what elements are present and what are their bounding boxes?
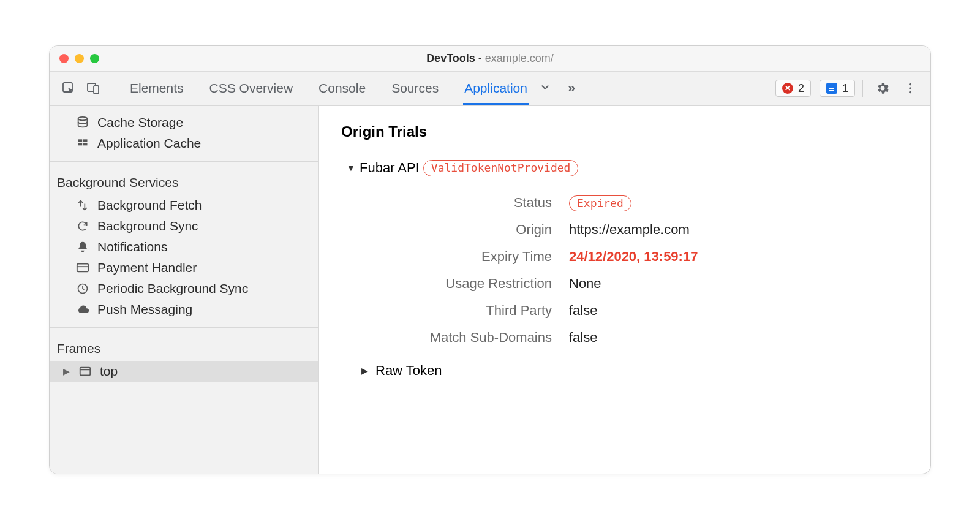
- sidebar-section-cache: Cache Storage Application Cache: [50, 106, 318, 162]
- device-toolbar-icon[interactable]: [83, 78, 104, 99]
- window-frame-icon: [78, 364, 92, 379]
- sidebar-section-background: Background Services Background Fetch Bac…: [50, 162, 318, 328]
- toolbar-separator: [862, 80, 863, 97]
- token-status-pill: ValidTokenNotProvided: [423, 160, 579, 176]
- sidebar-section-frames: Frames ▶ top: [50, 328, 318, 389]
- tab-css-overview[interactable]: CSS Overview: [208, 72, 295, 105]
- minimize-window-icon[interactable]: [75, 54, 84, 63]
- sync-icon: [75, 219, 90, 233]
- application-sidebar: Cache Storage Application Cache Backgrou…: [50, 106, 319, 474]
- credit-card-icon: [75, 260, 90, 275]
- window-title-app: DevTools: [426, 52, 475, 64]
- origin-label: Origin: [368, 222, 552, 238]
- chevron-right-icon[interactable]: ▶: [62, 366, 70, 376]
- sidebar-item-frame-top[interactable]: ▶ top: [50, 361, 318, 382]
- devtools-toolbar: Elements CSS Overview Console Sources Ap…: [50, 72, 930, 106]
- panel-tabs: Elements CSS Overview Console Sources Ap…: [129, 72, 529, 105]
- tab-console[interactable]: Console: [317, 72, 367, 105]
- tab-application[interactable]: Application: [463, 72, 529, 105]
- origin-trial-details: Status Expired Origin https://example.co…: [368, 195, 908, 346]
- page-title: Origin Trials: [341, 123, 908, 140]
- expiry-value: 24/12/2020, 13:59:17: [569, 249, 908, 265]
- origin-value: https://example.com: [569, 222, 908, 238]
- error-icon: ✕: [782, 83, 793, 94]
- sidebar-item-label: Periodic Background Sync: [97, 281, 248, 296]
- cloud-icon: [75, 302, 90, 317]
- sidebar-item-cache-storage[interactable]: Cache Storage: [50, 112, 318, 133]
- sidebar-item-label: Push Messaging: [97, 302, 192, 317]
- database-icon: [75, 115, 90, 130]
- overflow-chevrons-icon[interactable]: »: [562, 80, 581, 96]
- thirdparty-value: false: [569, 303, 908, 319]
- origin-trial-row[interactable]: ▼ Fubar API ValidTokenNotProvided: [346, 160, 908, 176]
- raw-token-label: Raw Token: [375, 363, 442, 379]
- bell-icon: [75, 240, 90, 254]
- usage-value: None: [569, 276, 908, 292]
- svg-rect-9: [78, 143, 83, 145]
- subdomains-value: false: [569, 330, 908, 346]
- toolbar-separator: [111, 80, 111, 97]
- origin-trial-name: Fubar API: [360, 160, 420, 176]
- more-options-icon[interactable]: [899, 81, 922, 95]
- sidebar-item-payment-handler[interactable]: Payment Handler: [50, 257, 318, 278]
- sidebar-item-push-messaging[interactable]: Push Messaging: [50, 299, 318, 320]
- status-pill: Expired: [569, 195, 631, 211]
- inspect-element-icon[interactable]: [58, 78, 79, 99]
- clock-icon: [75, 281, 90, 296]
- svg-rect-8: [83, 139, 88, 142]
- sidebar-item-label: Application Cache: [97, 136, 201, 151]
- sidebar-header-frames: Frames: [50, 331, 318, 361]
- error-count-badge[interactable]: ✕ 2: [775, 80, 811, 97]
- transfer-arrows-icon: [75, 198, 90, 213]
- content-pane: Origin Trials ▼ Fubar API ValidTokenNotP…: [319, 106, 930, 474]
- message-count-badge[interactable]: 1: [820, 80, 855, 97]
- sidebar-item-label: Payment Handler: [97, 260, 197, 275]
- sidebar-item-label: Cache Storage: [97, 115, 183, 130]
- sidebar-item-background-sync[interactable]: Background Sync: [50, 216, 318, 237]
- svg-rect-13: [80, 367, 91, 375]
- svg-rect-7: [78, 139, 83, 142]
- sidebar-item-notifications[interactable]: Notifications: [50, 237, 318, 257]
- sidebar-item-label: Notifications: [97, 240, 167, 254]
- more-tabs-icon[interactable]: »: [532, 81, 558, 95]
- sidebar-item-application-cache[interactable]: Application Cache: [50, 133, 318, 154]
- sidebar-item-label: Background Fetch: [97, 198, 202, 213]
- window-title-site: example.com/: [485, 52, 554, 64]
- svg-rect-2: [94, 86, 99, 94]
- sidebar-item-label: top: [100, 364, 118, 379]
- tab-sources[interactable]: Sources: [390, 72, 440, 105]
- sidebar-item-background-fetch[interactable]: Background Fetch: [50, 195, 318, 216]
- close-window-icon[interactable]: [59, 54, 69, 63]
- sidebar-header-background: Background Services: [50, 165, 318, 195]
- svg-rect-10: [83, 143, 88, 145]
- panel-body: Cache Storage Application Cache Backgrou…: [50, 106, 930, 474]
- svg-point-4: [909, 87, 911, 89]
- raw-token-row[interactable]: ▶ Raw Token: [360, 363, 908, 379]
- message-icon: [826, 83, 837, 94]
- svg-point-5: [909, 91, 911, 94]
- maximize-window-icon[interactable]: [90, 54, 99, 63]
- tab-elements[interactable]: Elements: [129, 72, 185, 105]
- status-value: Expired: [569, 195, 908, 211]
- status-label: Status: [368, 195, 552, 211]
- message-count: 1: [842, 82, 848, 95]
- error-count: 2: [798, 82, 804, 95]
- svg-point-6: [78, 116, 88, 120]
- expiry-label: Expiry Time: [368, 249, 552, 265]
- devtools-window: DevTools - example.com/ Elements CSS Ove…: [49, 45, 931, 474]
- sidebar-item-label: Background Sync: [97, 219, 198, 233]
- window-title: DevTools - example.com/: [50, 52, 930, 65]
- settings-gear-icon[interactable]: [870, 81, 895, 96]
- titlebar: DevTools - example.com/: [50, 46, 930, 72]
- grid-icon: [75, 136, 90, 151]
- sidebar-item-periodic-sync[interactable]: Periodic Background Sync: [50, 278, 318, 299]
- usage-label: Usage Restriction: [368, 276, 552, 292]
- chevron-right-icon[interactable]: ▶: [360, 366, 369, 376]
- thirdparty-label: Third Party: [368, 303, 552, 319]
- svg-rect-11: [77, 263, 88, 271]
- svg-point-3: [909, 83, 911, 86]
- traffic-lights: [59, 54, 99, 63]
- subdomains-label: Match Sub-Domains: [368, 330, 552, 346]
- chevron-down-icon[interactable]: ▼: [346, 163, 356, 173]
